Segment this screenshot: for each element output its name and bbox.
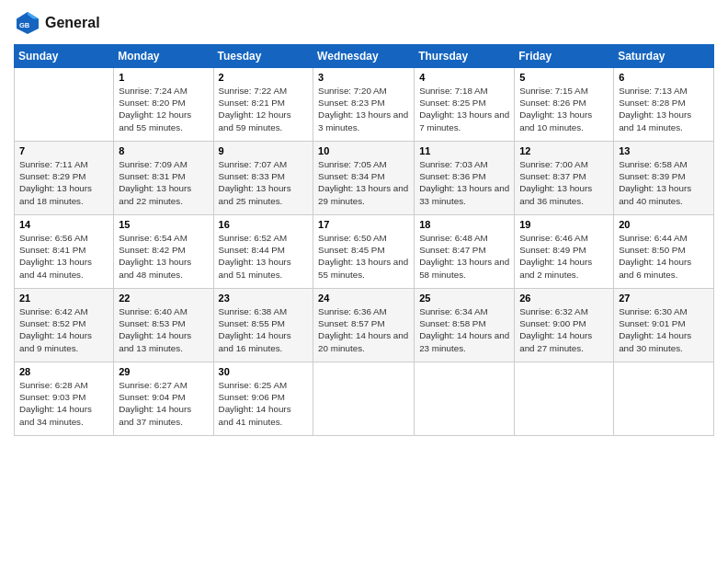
day-info: Sunrise: 7:18 AMSunset: 8:25 PMDaylight:… [419, 85, 509, 133]
day-number: 26 [519, 293, 609, 304]
weekday-header-cell: Monday [114, 45, 213, 68]
day-info: Sunrise: 7:11 AMSunset: 8:29 PMDaylight:… [19, 158, 108, 207]
logo: GB General [14, 9, 100, 37]
weekday-header-cell: Thursday [415, 45, 515, 68]
day-info: Sunrise: 6:58 AMSunset: 8:39 PMDaylight:… [619, 158, 709, 207]
day-number: 30 [219, 366, 309, 377]
calendar-day-cell: 30Sunrise: 6:25 AMSunset: 9:06 PMDayligh… [213, 362, 313, 436]
day-info: Sunrise: 6:30 AMSunset: 9:01 PMDaylight:… [619, 305, 709, 354]
day-info: Sunrise: 7:15 AMSunset: 8:26 PMDaylight:… [519, 85, 609, 133]
calendar-day-cell: 9Sunrise: 7:07 AMSunset: 8:33 PMDaylight… [213, 142, 313, 215]
day-number: 28 [19, 366, 108, 377]
calendar-week-row: 28Sunrise: 6:28 AMSunset: 9:03 PMDayligh… [15, 362, 714, 436]
day-number: 1 [119, 72, 208, 83]
calendar-day-cell: 14Sunrise: 6:56 AMSunset: 8:41 PMDayligh… [15, 215, 114, 289]
calendar-week-row: 7Sunrise: 7:11 AMSunset: 8:29 PMDaylight… [15, 142, 714, 215]
day-number: 18 [419, 219, 509, 230]
calendar-day-cell: 22Sunrise: 6:40 AMSunset: 8:53 PMDayligh… [114, 289, 213, 362]
day-number: 27 [619, 293, 709, 304]
day-info: Sunrise: 6:27 AMSunset: 9:04 PMDaylight:… [119, 379, 208, 428]
calendar-day-cell [415, 362, 515, 436]
day-info: Sunrise: 6:52 AMSunset: 8:44 PMDaylight:… [219, 232, 309, 281]
calendar-day-cell [515, 362, 614, 436]
day-number: 15 [119, 219, 208, 230]
day-number: 29 [119, 366, 208, 377]
calendar-day-cell: 21Sunrise: 6:42 AMSunset: 8:52 PMDayligh… [15, 289, 114, 362]
day-number: 16 [219, 219, 309, 230]
svg-text:GB: GB [19, 21, 30, 29]
day-number: 5 [519, 72, 609, 83]
calendar-day-cell [15, 68, 114, 142]
calendar-day-cell: 20Sunrise: 6:44 AMSunset: 8:50 PMDayligh… [614, 215, 714, 289]
day-number: 9 [219, 145, 309, 156]
day-number: 13 [619, 145, 709, 156]
day-number: 19 [519, 219, 609, 230]
calendar-day-cell [614, 362, 714, 436]
day-info: Sunrise: 7:05 AMSunset: 8:34 PMDaylight:… [318, 158, 409, 207]
weekday-header-cell: Wednesday [313, 45, 415, 68]
calendar-body: 1Sunrise: 7:24 AMSunset: 8:20 PMDaylight… [15, 68, 714, 436]
calendar-day-cell: 13Sunrise: 6:58 AMSunset: 8:39 PMDayligh… [614, 142, 714, 215]
calendar-day-cell: 26Sunrise: 6:32 AMSunset: 9:00 PMDayligh… [515, 289, 614, 362]
day-number: 3 [318, 72, 409, 83]
day-info: Sunrise: 6:32 AMSunset: 9:00 PMDaylight:… [519, 305, 609, 354]
calendar-day-cell: 16Sunrise: 6:52 AMSunset: 8:44 PMDayligh… [213, 215, 313, 289]
day-number: 22 [119, 293, 208, 304]
calendar-week-row: 14Sunrise: 6:56 AMSunset: 8:41 PMDayligh… [15, 215, 714, 289]
day-info: Sunrise: 6:44 AMSunset: 8:50 PMDaylight:… [619, 232, 709, 281]
calendar-day-cell: 28Sunrise: 6:28 AMSunset: 9:03 PMDayligh… [15, 362, 114, 436]
calendar-day-cell: 5Sunrise: 7:15 AMSunset: 8:26 PMDaylight… [515, 68, 614, 142]
logo-icon: GB [14, 9, 41, 37]
calendar-day-cell: 19Sunrise: 6:46 AMSunset: 8:49 PMDayligh… [515, 215, 614, 289]
day-info: Sunrise: 7:09 AMSunset: 8:31 PMDaylight:… [119, 158, 208, 207]
calendar-day-cell: 15Sunrise: 6:54 AMSunset: 8:42 PMDayligh… [114, 215, 213, 289]
day-number: 12 [519, 145, 609, 156]
logo-text: General [45, 15, 100, 31]
calendar-day-cell: 6Sunrise: 7:13 AMSunset: 8:28 PMDaylight… [614, 68, 714, 142]
weekday-header-cell: Sunday [15, 45, 114, 68]
day-info: Sunrise: 7:22 AMSunset: 8:21 PMDaylight:… [219, 85, 309, 133]
calendar-day-cell: 29Sunrise: 6:27 AMSunset: 9:04 PMDayligh… [114, 362, 213, 436]
day-info: Sunrise: 6:25 AMSunset: 9:06 PMDaylight:… [219, 379, 309, 428]
calendar-week-row: 21Sunrise: 6:42 AMSunset: 8:52 PMDayligh… [15, 289, 714, 362]
day-number: 17 [318, 219, 409, 230]
day-number: 4 [419, 72, 509, 83]
calendar-day-cell: 10Sunrise: 7:05 AMSunset: 8:34 PMDayligh… [313, 142, 415, 215]
day-info: Sunrise: 6:54 AMSunset: 8:42 PMDaylight:… [119, 232, 208, 281]
day-info: Sunrise: 6:28 AMSunset: 9:03 PMDaylight:… [19, 379, 108, 428]
weekday-header-cell: Friday [515, 45, 614, 68]
calendar-week-row: 1Sunrise: 7:24 AMSunset: 8:20 PMDaylight… [15, 68, 714, 142]
calendar-day-cell: 24Sunrise: 6:36 AMSunset: 8:57 PMDayligh… [313, 289, 415, 362]
day-info: Sunrise: 6:56 AMSunset: 8:41 PMDaylight:… [19, 232, 108, 281]
header: GB General [14, 9, 714, 37]
calendar-day-cell: 3Sunrise: 7:20 AMSunset: 8:23 PMDaylight… [313, 68, 415, 142]
day-info: Sunrise: 6:46 AMSunset: 8:49 PMDaylight:… [519, 232, 609, 281]
calendar-day-cell: 25Sunrise: 6:34 AMSunset: 8:58 PMDayligh… [415, 289, 515, 362]
calendar-day-cell [313, 362, 415, 436]
calendar-day-cell: 11Sunrise: 7:03 AMSunset: 8:36 PMDayligh… [415, 142, 515, 215]
day-number: 7 [19, 145, 108, 156]
day-info: Sunrise: 6:50 AMSunset: 8:45 PMDaylight:… [318, 232, 409, 281]
calendar-day-cell: 7Sunrise: 7:11 AMSunset: 8:29 PMDaylight… [15, 142, 114, 215]
calendar-day-cell: 2Sunrise: 7:22 AMSunset: 8:21 PMDaylight… [213, 68, 313, 142]
day-info: Sunrise: 7:07 AMSunset: 8:33 PMDaylight:… [219, 158, 309, 207]
calendar-day-cell: 4Sunrise: 7:18 AMSunset: 8:25 PMDaylight… [415, 68, 515, 142]
weekday-header-cell: Saturday [614, 45, 714, 68]
page-container: GB General SundayMondayTuesdayWednesdayT… [0, 0, 728, 445]
day-info: Sunrise: 7:24 AMSunset: 8:20 PMDaylight:… [119, 85, 208, 133]
day-info: Sunrise: 6:34 AMSunset: 8:58 PMDaylight:… [419, 305, 509, 354]
day-number: 21 [19, 293, 108, 304]
calendar-day-cell: 1Sunrise: 7:24 AMSunset: 8:20 PMDaylight… [114, 68, 213, 142]
day-number: 10 [318, 145, 409, 156]
day-info: Sunrise: 6:38 AMSunset: 8:55 PMDaylight:… [219, 305, 309, 354]
day-number: 2 [219, 72, 309, 83]
day-number: 14 [19, 219, 108, 230]
day-number: 23 [219, 293, 309, 304]
calendar-day-cell: 17Sunrise: 6:50 AMSunset: 8:45 PMDayligh… [313, 215, 415, 289]
day-info: Sunrise: 6:42 AMSunset: 8:52 PMDaylight:… [19, 305, 108, 354]
calendar-day-cell: 8Sunrise: 7:09 AMSunset: 8:31 PMDaylight… [114, 142, 213, 215]
day-info: Sunrise: 6:36 AMSunset: 8:57 PMDaylight:… [318, 305, 409, 354]
calendar-day-cell: 27Sunrise: 6:30 AMSunset: 9:01 PMDayligh… [614, 289, 714, 362]
day-number: 11 [419, 145, 509, 156]
day-number: 20 [619, 219, 709, 230]
